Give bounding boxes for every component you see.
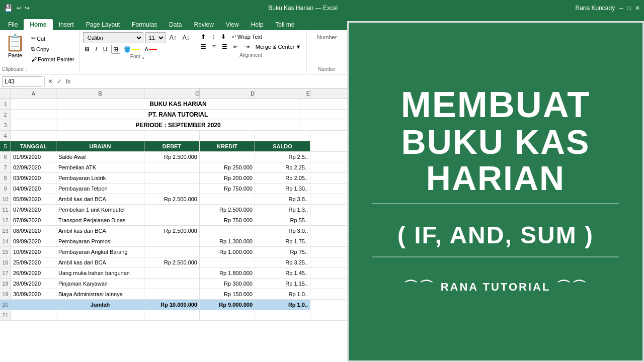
- cell[interactable]: Pembelian 1 unit Komputer: [56, 205, 144, 215]
- format-painter-button[interactable]: 🖌 Format Painter: [30, 56, 75, 63]
- cell[interactable]: Rp 1.75..: [255, 236, 310, 246]
- cell[interactable]: Rp 2.500.000: [144, 226, 200, 236]
- decrease-font-button[interactable]: A↓: [181, 33, 192, 42]
- cell[interactable]: [144, 215, 200, 225]
- col-header-d[interactable]: D: [200, 88, 255, 99]
- confirm-formula-icon[interactable]: ✓: [56, 78, 63, 85]
- align-middle-button[interactable]: ↕: [209, 32, 217, 41]
- tab-data[interactable]: Data: [163, 19, 188, 30]
- redo-icon[interactable]: ↪: [25, 5, 30, 12]
- font-size-select[interactable]: 11: [145, 32, 166, 43]
- align-top-button[interactable]: ⬆: [198, 32, 208, 41]
- cell[interactable]: [144, 236, 200, 246]
- cell[interactable]: [56, 131, 144, 141]
- clipboard-expand-icon[interactable]: ⌟: [25, 67, 27, 72]
- paste-button[interactable]: 📋 Paste: [2, 32, 28, 65]
- cell-jumlah-e[interactable]: Rp 1.0..: [255, 300, 310, 310]
- cell[interactable]: 10/09/2020: [11, 247, 56, 257]
- cell[interactable]: Rp 750.000: [200, 184, 255, 194]
- cell[interactable]: [144, 131, 200, 141]
- cell[interactable]: [200, 257, 255, 267]
- cell[interactable]: 25/09/2020: [11, 257, 56, 267]
- cell-header-kredit[interactable]: KREDIT: [200, 141, 255, 151]
- cell[interactable]: 26/09/2020: [11, 268, 56, 278]
- italic-button[interactable]: I: [93, 45, 99, 54]
- col-header-a[interactable]: A: [11, 88, 56, 99]
- cell[interactable]: Rp 3.8..: [255, 194, 310, 204]
- cell[interactable]: Rp 1.30..: [255, 184, 310, 194]
- fill-color-button[interactable]: 🪣: [122, 45, 141, 54]
- cell[interactable]: [11, 120, 56, 130]
- cell[interactable]: 05/09/2020: [11, 194, 56, 204]
- tab-insert[interactable]: Insert: [53, 19, 80, 30]
- save-icon[interactable]: 💾: [4, 4, 13, 12]
- cell[interactable]: Rp 2.5..: [255, 152, 310, 162]
- cell[interactable]: Rp 2.500.000: [144, 152, 200, 162]
- cell[interactable]: Pembayaran Telpon: [56, 184, 144, 194]
- increase-indent-button[interactable]: ⇥: [242, 42, 252, 51]
- cell[interactable]: Rp 2.500.000: [144, 257, 200, 267]
- align-right-button[interactable]: ☰: [219, 42, 230, 51]
- align-center-button[interactable]: ≡: [210, 42, 218, 51]
- cell[interactable]: Rp 1.45..: [255, 268, 310, 278]
- cell[interactable]: 07/09/2020: [11, 215, 56, 225]
- cell[interactable]: 28/09/2020: [11, 279, 56, 289]
- cell[interactable]: Rp 750.000: [200, 215, 255, 225]
- cell[interactable]: 03/09/2020: [11, 173, 56, 183]
- cell[interactable]: Rp 55..: [255, 215, 310, 225]
- cell-header-saldo[interactable]: SALDO: [255, 141, 310, 151]
- cell[interactable]: [11, 99, 56, 109]
- increase-font-button[interactable]: A↑: [168, 33, 179, 42]
- cell[interactable]: Rp 1.0..: [255, 289, 310, 299]
- wrap-text-button[interactable]: ↵ Wrap Text: [229, 33, 265, 41]
- cell[interactable]: Rp 75..: [255, 247, 310, 257]
- cell[interactable]: [11, 131, 56, 141]
- align-bottom-button[interactable]: ⬇: [218, 32, 228, 41]
- bold-button[interactable]: B: [83, 45, 92, 54]
- cut-button[interactable]: ✂ Cut: [30, 35, 75, 42]
- cell[interactable]: Pinjaman Karyawan: [56, 279, 144, 289]
- cell[interactable]: [200, 131, 255, 141]
- cell[interactable]: Rp 2.500.000: [144, 194, 200, 204]
- cell[interactable]: Pembayaran Promosi: [56, 236, 144, 246]
- cell[interactable]: [11, 310, 56, 320]
- cell[interactable]: Rp 3.0..: [255, 226, 310, 236]
- underline-button[interactable]: U: [101, 45, 110, 54]
- font-family-select[interactable]: Calibri: [83, 32, 143, 43]
- tab-page-layout[interactable]: Page Layout: [80, 19, 126, 30]
- cell[interactable]: Ambil kas dari BCA: [56, 257, 144, 267]
- cell-header-uraian[interactable]: URAIAN: [56, 141, 144, 151]
- cell[interactable]: [144, 279, 200, 289]
- cell[interactable]: [144, 247, 200, 257]
- insert-function-icon[interactable]: fx: [65, 78, 71, 85]
- cell-header-tanggal[interactable]: TANGGAL: [11, 141, 56, 151]
- cell[interactable]: [144, 310, 200, 320]
- cell[interactable]: [144, 162, 200, 172]
- cell[interactable]: 30/09/2020: [11, 289, 56, 299]
- cell[interactable]: Rp 1.800.000: [200, 268, 255, 278]
- col-header-c[interactable]: C: [144, 88, 200, 99]
- cell-header-debet[interactable]: DEBET: [144, 141, 200, 151]
- tab-formulas[interactable]: Formulas: [126, 19, 163, 30]
- cell-jumlah-c[interactable]: Rp 10.000.000: [144, 300, 200, 310]
- close-btn[interactable]: ✕: [635, 5, 640, 12]
- cell-title[interactable]: BUKU KAS HARIAN: [56, 99, 300, 109]
- cell[interactable]: Rp 3.25..: [255, 257, 310, 267]
- tab-view[interactable]: View: [220, 19, 245, 30]
- cell-jumlah-a[interactable]: [11, 300, 56, 310]
- tab-review[interactable]: Review: [188, 19, 219, 30]
- cell[interactable]: Biaya Administrasi lainnya: [56, 289, 144, 299]
- cell[interactable]: [255, 131, 310, 141]
- font-expand-icon[interactable]: ⌟: [142, 54, 144, 59]
- cell[interactable]: 04/09/2020: [11, 184, 56, 194]
- cell[interactable]: Rp 300.000: [200, 279, 255, 289]
- cell[interactable]: [56, 310, 144, 320]
- cell[interactable]: Rp 250.000: [200, 162, 255, 172]
- cell[interactable]: Uang muka bahan bangunan: [56, 268, 144, 278]
- cell-jumlah-d[interactable]: Rp 9.000.000: [200, 300, 255, 310]
- cell[interactable]: Rp 1.15..: [255, 279, 310, 289]
- cell[interactable]: [144, 173, 200, 183]
- cell[interactable]: Rp 2.500.000: [200, 205, 255, 215]
- cell[interactable]: Rp 2.25..: [255, 162, 310, 172]
- cell[interactable]: Pembelian ATK: [56, 162, 144, 172]
